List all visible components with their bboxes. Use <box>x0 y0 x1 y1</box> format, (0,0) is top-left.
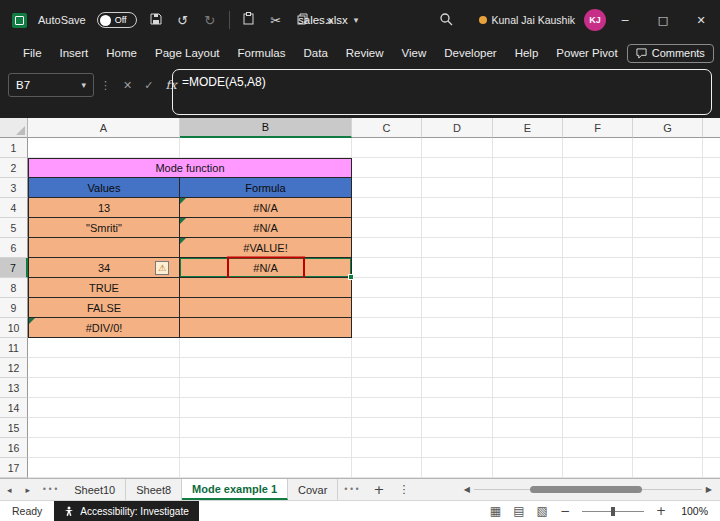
cell-B6[interactable]: #VALUE! <box>180 238 352 258</box>
row-header-12[interactable]: 12 <box>0 358 28 378</box>
cell-E17[interactable] <box>493 458 563 478</box>
column-header-C[interactable]: C <box>352 118 422 138</box>
cell-A8[interactable]: TRUE <box>28 278 180 298</box>
cell-D15[interactable] <box>422 418 493 438</box>
cell-A13[interactable] <box>28 378 180 398</box>
cell-B17[interactable] <box>180 458 352 478</box>
enter-icon[interactable]: ✓ <box>144 79 153 92</box>
cell-C14[interactable] <box>352 398 422 418</box>
cell-F16[interactable] <box>563 438 633 458</box>
column-header-F[interactable]: F <box>563 118 633 138</box>
autosave-toggle[interactable]: Off <box>97 12 137 28</box>
cell-C13[interactable] <box>352 378 422 398</box>
menu-tab-view[interactable]: View <box>393 40 436 66</box>
menu-tab-power-pivot[interactable]: Power Pivot <box>547 40 626 66</box>
cell-C10[interactable] <box>352 318 422 338</box>
row-header-7[interactable]: 7 <box>0 258 28 278</box>
menu-tab-formulas[interactable]: Formulas <box>229 40 295 66</box>
cell-D16[interactable] <box>422 438 493 458</box>
menu-tab-file[interactable]: File <box>14 40 51 66</box>
cell-B10[interactable] <box>180 318 352 338</box>
cell-F7[interactable] <box>563 258 633 278</box>
cell-A6[interactable] <box>28 238 180 258</box>
cell-G5[interactable] <box>633 218 703 238</box>
cell-C3[interactable] <box>352 178 422 198</box>
comments-button[interactable]: Comments <box>627 44 714 63</box>
cell-C6[interactable] <box>352 238 422 258</box>
horizontal-scrollbar[interactable]: ◀ ▶ <box>464 485 720 494</box>
cell-F9[interactable] <box>563 298 633 318</box>
cell-E4[interactable] <box>493 198 563 218</box>
row-header-6[interactable]: 6 <box>0 238 28 258</box>
zoom-in-icon[interactable]: + <box>656 504 666 518</box>
cell-E7[interactable] <box>493 258 563 278</box>
cell-D13[interactable] <box>422 378 493 398</box>
cell-C9[interactable] <box>352 298 422 318</box>
cell-B4[interactable]: #N/A <box>180 198 352 218</box>
cell-B7[interactable]: #N/A <box>180 258 352 278</box>
cell-E6[interactable] <box>493 238 563 258</box>
row-header-11[interactable]: 11 <box>0 338 28 358</box>
cell-E14[interactable] <box>493 398 563 418</box>
cell-E2[interactable] <box>493 158 563 178</box>
menu-tab-page-layout[interactable]: Page Layout <box>146 40 229 66</box>
cut-icon[interactable]: ✂ <box>268 13 284 28</box>
cell-B3[interactable]: Formula <box>180 178 352 198</box>
cell-F2[interactable] <box>563 158 633 178</box>
cell-G9[interactable] <box>633 298 703 318</box>
menu-tab-review[interactable]: Review <box>337 40 393 66</box>
cell-A11[interactable] <box>28 338 180 358</box>
page-layout-view-icon[interactable]: ▤ <box>513 504 524 518</box>
cell-D12[interactable] <box>422 358 493 378</box>
error-warning-icon[interactable]: ⚠ <box>155 261 169 275</box>
cell-B15[interactable] <box>180 418 352 438</box>
cell-F4[interactable] <box>563 198 633 218</box>
cell-G4[interactable] <box>633 198 703 218</box>
cell-C4[interactable] <box>352 198 422 218</box>
cell-G8[interactable] <box>633 278 703 298</box>
row-header-4[interactable]: 4 <box>0 198 28 218</box>
sheet-tab-sheet10[interactable]: Sheet10 <box>64 479 126 500</box>
cell-B12[interactable] <box>180 358 352 378</box>
row-header-2[interactable]: 2 <box>0 158 28 178</box>
row-header-10[interactable]: 10 <box>0 318 28 338</box>
name-box-resize-icon[interactable]: ⋮ <box>100 79 111 92</box>
cell-G12[interactable] <box>633 358 703 378</box>
cell-E1[interactable] <box>493 138 563 158</box>
cell-E9[interactable] <box>493 298 563 318</box>
row-header-1[interactable]: 1 <box>0 138 28 158</box>
cell-F5[interactable] <box>563 218 633 238</box>
minimize-button[interactable]: ─ <box>606 0 644 40</box>
row-header-9[interactable]: 9 <box>0 298 28 318</box>
zoom-out-icon[interactable]: − <box>560 504 570 518</box>
maximize-button[interactable]: □ <box>644 0 682 40</box>
sheet-nav-left-icon[interactable]: ◂ <box>0 485 19 495</box>
cell-G16[interactable] <box>633 438 703 458</box>
cell-C1[interactable] <box>352 138 422 158</box>
cell-A15[interactable] <box>28 418 180 438</box>
sheet-overflow-right-icon[interactable]: ••• <box>338 485 365 494</box>
column-header-D[interactable]: D <box>422 118 493 138</box>
cell-B16[interactable] <box>180 438 352 458</box>
cell-A17[interactable] <box>28 458 180 478</box>
menu-tab-developer[interactable]: Developer <box>435 40 505 66</box>
cell-A7[interactable]: 34⚠ <box>28 258 180 278</box>
cell-F13[interactable] <box>563 378 633 398</box>
cell-F3[interactable] <box>563 178 633 198</box>
cell-A14[interactable] <box>28 398 180 418</box>
cell-F10[interactable] <box>563 318 633 338</box>
column-header-G[interactable]: G <box>633 118 703 138</box>
cell-B14[interactable] <box>180 398 352 418</box>
sheet-tab-covar[interactable]: Covar <box>288 479 338 500</box>
cell-G17[interactable] <box>633 458 703 478</box>
cell-F12[interactable] <box>563 358 633 378</box>
cell-A5[interactable]: "Smriti" <box>28 218 180 238</box>
cell-D7[interactable] <box>422 258 493 278</box>
cell-E12[interactable] <box>493 358 563 378</box>
cell-F6[interactable] <box>563 238 633 258</box>
cell-F15[interactable] <box>563 418 633 438</box>
scrollbar-track[interactable] <box>474 485 702 494</box>
cell-E13[interactable] <box>493 378 563 398</box>
cell-E16[interactable] <box>493 438 563 458</box>
sheet-tab-sheet8[interactable]: Sheet8 <box>126 479 182 500</box>
